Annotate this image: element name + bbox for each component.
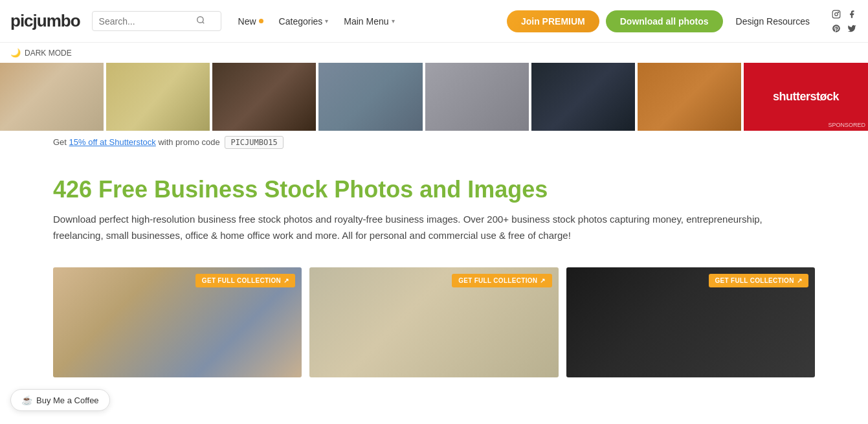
- strip-photo-2[interactable]: [106, 63, 210, 131]
- strip-photo-1[interactable]: [0, 63, 104, 131]
- get-full-collection-btn-3[interactable]: GET FULL COLLECTION ↗: [709, 274, 809, 287]
- external-link-icon: ↗: [540, 277, 545, 284]
- photo-card-3[interactable]: GET FULL COLLECTION ↗: [566, 267, 815, 377]
- search-input[interactable]: [99, 16, 196, 27]
- chevron-down-icon: ▾: [392, 17, 395, 25]
- nav-categories[interactable]: Categories ▾: [273, 12, 335, 30]
- get-full-collection-btn-2[interactable]: GET FULL COLLECTION ↗: [452, 274, 552, 287]
- strip-photo-4[interactable]: [318, 63, 422, 131]
- svg-point-3: [835, 12, 838, 16]
- nav-new[interactable]: New: [232, 12, 270, 30]
- sponsored-badge: SPONSORED: [829, 122, 866, 128]
- design-resources-link[interactable]: Design Resources: [729, 12, 816, 30]
- shutterstock-logo: shutterstøck: [766, 84, 845, 110]
- logo-part2: jumbo: [33, 11, 80, 30]
- logo[interactable]: picjumbo: [10, 11, 80, 31]
- search-button[interactable]: [196, 16, 205, 27]
- social-icons: [830, 8, 858, 34]
- promo-code: PICJUMBO15: [225, 136, 283, 149]
- strip-photo-6[interactable]: [531, 63, 635, 131]
- photo-grid: GET FULL COLLECTION ↗ GET FULL COLLECTIO…: [53, 267, 815, 377]
- facebook-icon[interactable]: [846, 8, 858, 20]
- nav-links: New Categories ▾ Main Menu ▾: [232, 12, 401, 30]
- moon-icon: 🌙: [10, 48, 21, 58]
- svg-point-0: [197, 17, 203, 23]
- page-heading: 426 Free Business Stock Photos and Image…: [53, 176, 815, 203]
- instagram-icon[interactable]: [830, 8, 842, 20]
- main-content: 426 Free Business Stock Photos and Image…: [0, 157, 868, 390]
- twitter-icon[interactable]: [846, 23, 858, 34]
- external-link-icon: ↗: [797, 277, 802, 284]
- strip-photo-5[interactable]: [425, 63, 529, 131]
- pinterest-icon[interactable]: [830, 23, 842, 34]
- social-row-bottom: [830, 23, 858, 34]
- photo-strip: shutterstøck SPONSORED: [0, 63, 868, 131]
- shutterstock-link[interactable]: 15% off at Shutterstock: [69, 137, 156, 147]
- strip-photo-shutterstock[interactable]: shutterstøck SPONSORED: [744, 63, 868, 131]
- photo-card-1[interactable]: GET FULL COLLECTION ↗: [53, 267, 302, 377]
- svg-rect-2: [832, 10, 840, 18]
- dark-mode-toggle[interactable]: 🌙 DARK MODE: [0, 43, 868, 63]
- svg-point-4: [838, 12, 839, 12]
- strip-photo-3[interactable]: [212, 63, 316, 131]
- buy-me-a-coffee-widget[interactable]: ☕ Buy Me a Coffee: [10, 389, 110, 390]
- search-icon: [196, 16, 205, 25]
- new-dot: [259, 19, 263, 23]
- get-full-collection-btn-1[interactable]: GET FULL COLLECTION ↗: [195, 274, 296, 287]
- social-row-top: [830, 8, 858, 20]
- svg-line-1: [202, 22, 204, 24]
- strip-photo-7[interactable]: [638, 63, 741, 131]
- search-bar: [92, 11, 221, 31]
- logo-part1: pic: [10, 11, 33, 30]
- nav-main-menu[interactable]: Main Menu ▾: [337, 12, 401, 30]
- promo-bar: Get 15% off at Shutterstock with promo c…: [0, 131, 868, 157]
- page-description: Download perfect high-resolution busines…: [53, 212, 815, 244]
- nav-buttons: Join PREMIUM Download all photos Design …: [507, 8, 858, 34]
- external-link-icon: ↗: [284, 277, 289, 284]
- photo-card-2[interactable]: GET FULL COLLECTION ↗: [309, 267, 558, 377]
- chevron-down-icon: ▾: [325, 17, 328, 25]
- download-all-button[interactable]: Download all photos: [606, 10, 723, 32]
- navbar: picjumbo New Categories ▾ Main Menu ▾ Jo…: [0, 0, 868, 43]
- join-premium-button[interactable]: Join PREMIUM: [507, 10, 599, 32]
